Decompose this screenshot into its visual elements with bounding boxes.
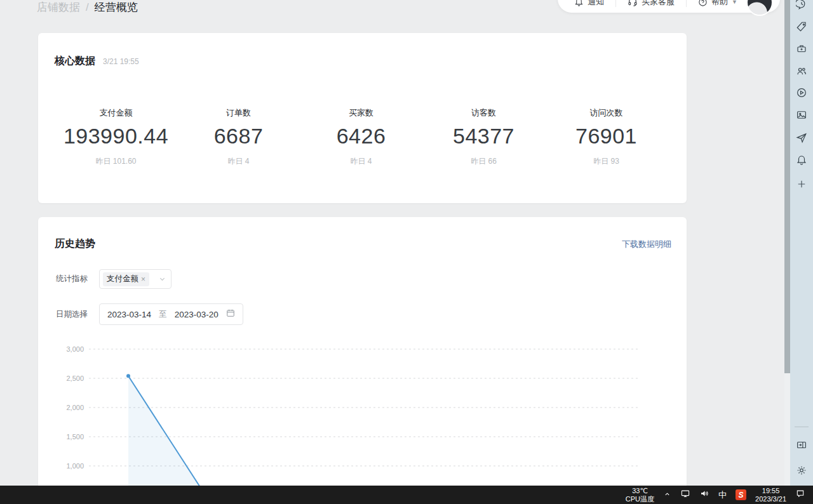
action-center-button[interactable]	[795, 489, 805, 501]
media-icon[interactable]	[796, 109, 807, 121]
tag-icon[interactable]	[796, 21, 807, 32]
help-button[interactable]: 帮助 ▼	[698, 0, 737, 8]
volume-tray-button[interactable]	[699, 489, 709, 501]
chevron-down-icon: ▼	[732, 0, 737, 5]
core-data-timestamp: 3/21 19:55	[103, 57, 139, 66]
breadcrumb-current: 经营概览	[95, 0, 138, 15]
date-range-picker[interactable]: 2023-03-14 至 2023-03-20	[99, 303, 243, 325]
metric-yesterday: 昨日 4	[300, 156, 422, 167]
cpu-temp-value: 33℃	[626, 487, 654, 495]
windows-taskbar: 33℃ CPU温度 中 S 19:55 2023/3/21	[0, 486, 813, 504]
metric-select[interactable]: 支付金额 ×	[99, 269, 171, 289]
y-axis-tick-label: 2,000	[66, 404, 84, 411]
y-axis-tick-label: 1,000	[66, 462, 84, 470]
date-end-value[interactable]: 2023-03-20	[175, 310, 218, 319]
metric-yesterday: 昨日 101.60	[55, 156, 177, 167]
metric-value: 76901	[545, 124, 668, 149]
bell-icon	[574, 0, 584, 7]
tray-overflow-button[interactable]	[663, 489, 671, 501]
metric-label: 订单数	[177, 107, 300, 119]
toolbox-icon[interactable]	[796, 43, 807, 55]
metric-value: 193990.44	[55, 124, 177, 149]
taskbar-date: 2023/3/21	[755, 495, 786, 503]
help-label: 帮助	[711, 0, 728, 8]
header-divider	[686, 0, 687, 7]
metric-label: 访客数	[422, 107, 545, 119]
collapse-panel-icon[interactable]	[796, 439, 807, 451]
network-display-icon	[680, 489, 690, 501]
breadcrumb-separator: /	[86, 1, 89, 14]
send-icon[interactable]	[796, 132, 807, 143]
selected-metric-chip: 支付金额 ×	[103, 272, 149, 286]
video-icon[interactable]	[796, 87, 807, 98]
area-fill	[128, 376, 207, 486]
action-center-icon	[795, 489, 805, 501]
metric-visit-count[interactable]: 访问次数 76901 昨日 93	[545, 107, 668, 167]
core-data-title: 核心数据	[55, 55, 95, 68]
chip-remove-icon[interactable]: ×	[141, 275, 145, 284]
speaker-icon	[699, 489, 709, 501]
gear-icon[interactable]	[796, 465, 807, 476]
metric-label: 支付金额	[55, 107, 177, 119]
metric-value: 6687	[177, 124, 300, 149]
metric-value: 6426	[300, 124, 422, 149]
download-data-link[interactable]: 下载数据明细	[622, 239, 671, 250]
y-axis-tick-label: 3,000	[66, 345, 84, 353]
metric-order-count[interactable]: 订单数 6687 昨日 4	[177, 107, 300, 167]
buyer-service-button[interactable]: 买家客服	[628, 0, 675, 8]
cpu-temp-label: CPU温度	[626, 495, 654, 503]
chat-icon[interactable]	[796, 0, 807, 10]
metric-payment-amount[interactable]: 支付金额 193990.44 昨日 101.60	[55, 107, 177, 167]
metric-yesterday: 昨日 4	[177, 156, 300, 167]
chip-label: 支付金额	[107, 274, 138, 284]
taskbar-time: 19:55	[755, 487, 786, 495]
metric-yesterday: 昨日 93	[545, 156, 668, 167]
contacts-icon[interactable]	[796, 65, 807, 77]
cpu-temp-widget[interactable]: 33℃ CPU温度	[626, 487, 654, 503]
rail-divider	[795, 427, 809, 427]
core-data-card: 核心数据 3/21 19:55 支付金额 193990.44 昨日 101.60…	[38, 33, 687, 203]
metric-visitor-count[interactable]: 访客数 54377 昨日 66	[422, 107, 545, 167]
sogou-icon: S	[736, 489, 746, 500]
breadcrumb-parent[interactable]: 店铺数据	[37, 0, 80, 15]
metric-yesterday: 昨日 66	[422, 156, 545, 167]
chevron-down-icon	[159, 274, 166, 285]
trend-chart-canvas[interactable]: 3,0002,5002,0001,5001,000	[54, 343, 657, 486]
buyer-service-label: 买家客服	[642, 0, 675, 8]
sogou-tray-button[interactable]: S	[736, 489, 746, 500]
metric-label: 买家数	[300, 107, 422, 119]
question-circle-icon	[698, 0, 708, 7]
date-select-label: 日期选择	[56, 309, 99, 320]
metric-select-label: 统计指标	[56, 274, 99, 284]
date-start-value[interactable]: 2023-03-14	[107, 310, 151, 319]
ime-indicator[interactable]: 中	[718, 489, 727, 501]
scrollbar-thumb[interactable]	[784, 0, 790, 373]
history-trend-title: 历史趋势	[55, 237, 95, 251]
clock-widget[interactable]: 19:55 2023/3/21	[755, 487, 786, 503]
bell-icon[interactable]	[796, 154, 807, 166]
chevron-up-icon	[663, 489, 671, 501]
y-axis-tick-label: 1,500	[66, 433, 84, 441]
headset-icon	[628, 0, 638, 7]
metric-label: 访问次数	[545, 107, 668, 119]
trend-chart[interactable]: 3,0002,5002,0001,5001,000	[54, 343, 657, 486]
history-trend-card: 历史趋势 下载数据明细 统计指标 支付金额 × 日期选择 2023-03-14 …	[38, 217, 687, 504]
metric-buyer-count[interactable]: 买家数 6426 昨日 4	[300, 107, 422, 167]
y-axis-tick-label: 2,500	[66, 375, 84, 382]
metrics-row: 支付金额 193990.44 昨日 101.60 订单数 6687 昨日 4 买…	[55, 107, 668, 167]
breadcrumb: 店铺数据 / 经营概览	[37, 0, 138, 15]
top-header-bar: 通知 买家客服 帮助 ▼	[558, 0, 780, 13]
network-tray-button[interactable]	[680, 489, 690, 501]
data-point-marker[interactable]	[126, 374, 130, 378]
plus-icon[interactable]	[796, 178, 807, 190]
notifications-button[interactable]: 通知	[574, 0, 604, 8]
notifications-label: 通知	[588, 0, 604, 8]
calendar-icon	[226, 308, 235, 320]
header-divider	[615, 0, 616, 7]
metric-value: 54377	[422, 124, 545, 149]
right-tool-rail	[790, 0, 813, 486]
date-range-to: 至	[159, 309, 167, 320]
